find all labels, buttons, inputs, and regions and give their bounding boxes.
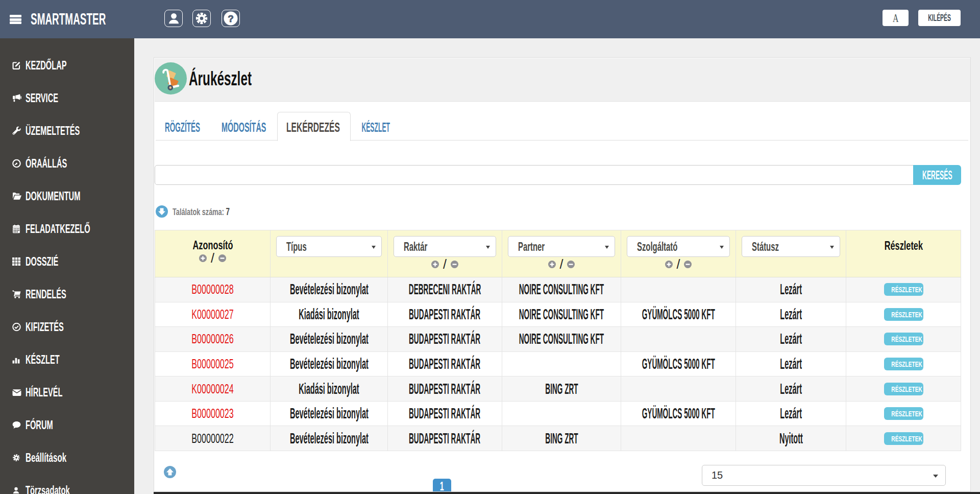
svg-text:?: ? xyxy=(228,13,234,24)
